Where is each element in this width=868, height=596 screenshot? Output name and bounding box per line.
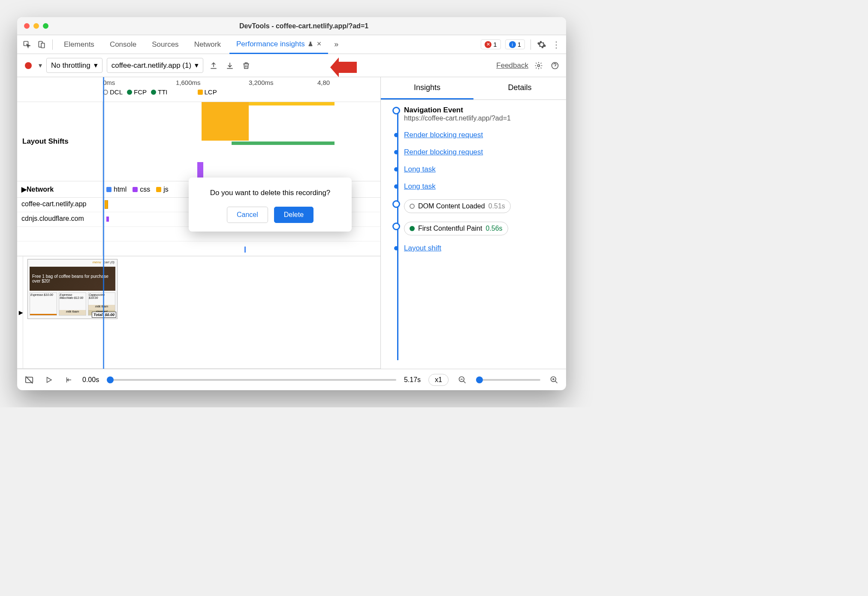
section-layout-shifts: Layout Shifts [17,102,380,181]
dialog-text: Do you want to delete this recording? [198,189,342,197]
rewind-icon[interactable] [63,374,75,386]
marker-dcl: DCL [103,88,123,96]
playback-end-time: 5.17s [404,376,421,384]
delete-confirmation-dialog: Do you want to delete this recording? Ca… [189,178,352,232]
insight-long-task-1[interactable]: Long task [394,165,561,174]
cancel-button[interactable]: Cancel [227,207,268,223]
tab-details[interactable]: Details [473,77,566,99]
marker-lcp: LCP [198,88,217,96]
insight-fcp[interactable]: First Contentful Paint 0.56s [394,222,561,235]
insight-long-task-2[interactable]: Long task [394,182,561,191]
more-tabs-icon[interactable]: » [330,38,343,51]
play-icon[interactable] [43,374,55,386]
close-tab-icon[interactable]: × [317,39,322,48]
zoom-in-icon[interactable] [548,374,560,386]
delete-icon[interactable] [240,60,252,72]
delete-button[interactable]: Delete [274,207,313,223]
tab-console[interactable]: Console [103,35,143,54]
insight-layout-shift[interactable]: Layout shift [394,244,561,253]
marker-tti: TTI [151,88,168,96]
error-dot-icon: ✕ [485,41,491,48]
error-badge[interactable]: ✕ 1 [481,39,500,49]
playback-slider[interactable] [107,379,396,381]
throttling-dropdown[interactable]: No throttling▾ [46,58,102,73]
feedback-link[interactable]: Feedback [496,61,528,70]
annotation-arrow-icon [330,57,357,77]
marker-fcp: FCP [127,88,147,96]
help-icon[interactable] [549,60,561,72]
insight-navigation-event[interactable]: Navigation Event https://coffee-cart.net… [394,106,561,122]
record-button[interactable] [25,62,32,69]
window-title: DevTools - coffee-cart.netlify.app/?ad=1 [48,22,559,30]
traffic-lights [24,23,48,29]
insights-panel: Insights Details Navigation Event https:… [381,77,566,369]
inspect-icon[interactable] [21,38,33,51]
minimize-icon[interactable] [33,23,39,29]
devtools-window: DevTools - coffee-cart.netlify.app/?ad=1… [17,17,566,390]
section-renders: ▶ menucart (0) Free 1 bag of coffee bean… [17,256,380,369]
tab-elements[interactable]: Elements [57,35,101,54]
flask-icon [307,41,313,47]
device-toggle-icon[interactable] [35,38,48,51]
info-badge[interactable]: i 1 [505,39,525,49]
main-panel: 0ms 1,600ms 3,200ms 4,80 DCL FCP TTI LCP… [17,77,566,369]
insight-dcl[interactable]: DOM Content Loaded 0.51s [394,199,561,213]
svg-point-3 [538,64,540,66]
tab-sources[interactable]: Sources [145,35,185,54]
info-dot-icon: i [509,41,516,48]
insight-render-blocking-1[interactable]: Render blocking request [394,131,561,139]
legend-js: js [156,186,169,193]
toolbar-settings-icon[interactable] [533,60,545,72]
download-icon[interactable] [224,60,236,72]
close-icon[interactable] [24,23,30,29]
upload-icon[interactable] [208,60,220,72]
devtools-tabbar: Elements Console Sources Network Perform… [17,35,566,54]
tab-performance-insights[interactable]: Performance insights × [229,36,328,54]
zoom-level[interactable]: x1 [428,374,449,386]
record-dropdown-icon[interactable]: ▾ [39,61,42,69]
svg-rect-2 [41,43,45,48]
maximize-icon[interactable] [43,23,48,29]
tab-network[interactable]: Network [187,35,228,54]
legend-html: html [106,186,127,193]
insight-render-blocking-2[interactable]: Render blocking request [394,148,561,157]
performance-toolbar: ▾ No throttling▾ coffee-cart.netlify.app… [17,54,566,77]
timeline-ruler: 0ms 1,600ms 3,200ms 4,80 DCL FCP TTI LCP [17,77,380,102]
playback-footer: 0.00s 5.17s x1 [17,369,566,390]
settings-icon[interactable] [535,38,548,51]
legend-css: css [133,186,150,193]
zoom-slider[interactable] [476,379,540,381]
recording-dropdown[interactable]: coffee-cart.netlify.app (1)▾ [107,58,203,73]
titlebar: DevTools - coffee-cart.netlify.app/?ad=1 [17,17,566,35]
tab-insights[interactable]: Insights [381,77,473,99]
playback-start-time: 0.00s [82,376,99,384]
zoom-out-icon[interactable] [456,374,468,386]
screenshot-toggle-icon[interactable] [23,374,35,386]
kebab-menu-icon[interactable]: ⋮ [550,38,563,51]
